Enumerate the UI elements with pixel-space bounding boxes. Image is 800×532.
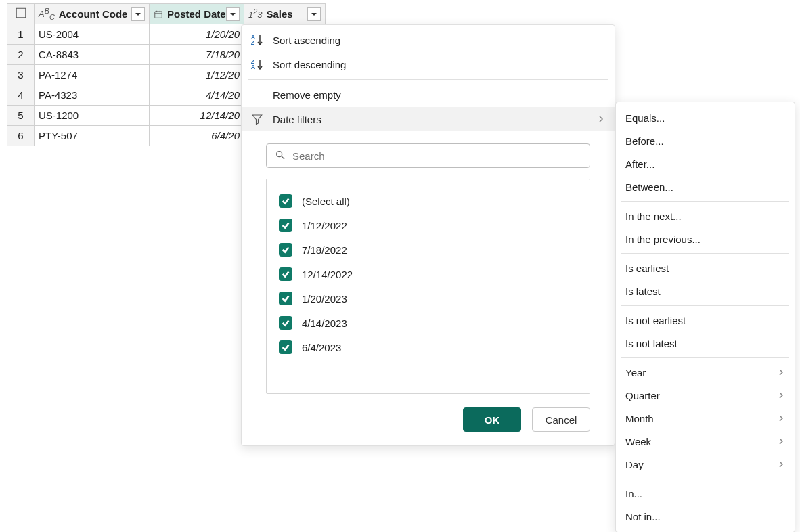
text-type-icon: ABC — [39, 7, 55, 21]
filter-search-box[interactable] — [266, 143, 590, 168]
menu-item-label: Equals... — [625, 112, 665, 124]
sort-ascending-item[interactable]: AZ Sort ascending — [242, 28, 615, 52]
filter-is-latest[interactable]: Is latest — [616, 280, 795, 303]
search-icon — [275, 150, 286, 162]
column-filter-toggle[interactable] — [226, 7, 240, 21]
row-number: 3 — [7, 65, 35, 85]
filter-value-item[interactable]: 1/12/2022 — [279, 213, 577, 238]
checkbox-checked-icon[interactable] — [279, 340, 292, 354]
chevron-right-icon — [777, 413, 785, 424]
filter-after[interactable]: After... — [616, 152, 795, 175]
menu-separator — [621, 201, 789, 202]
svg-rect-3 — [155, 12, 162, 18]
button-label: OK — [485, 414, 500, 426]
filter-value-item[interactable]: 6/4/2023 — [279, 335, 577, 359]
menu-item-label: After... — [625, 158, 654, 170]
cell-date[interactable]: 7/18/20 — [150, 45, 244, 65]
filter-between[interactable]: Between... — [616, 175, 795, 198]
date-filters-item[interactable]: Date filters — [242, 107, 615, 131]
menu-item-label: In... — [625, 488, 642, 500]
menu-item-label: Is latest — [625, 286, 661, 297]
svg-point-9 — [277, 151, 282, 156]
menu-separator — [248, 79, 608, 80]
cell-date[interactable]: 4/14/20 — [150, 85, 244, 106]
filter-is-earliest[interactable]: Is earliest — [616, 257, 795, 280]
filter-in-the-next[interactable]: In the next... — [616, 204, 795, 227]
cell-account[interactable]: PA-4323 — [35, 85, 150, 106]
menu-item-label: Is earliest — [625, 263, 669, 274]
filter-select-all[interactable]: (Select all) — [279, 189, 577, 213]
filter-equals[interactable]: Equals... — [616, 106, 795, 129]
chevron-right-icon — [777, 390, 785, 401]
sort-descending-item[interactable]: ZA Sort descending — [242, 52, 615, 76]
menu-item-label: Week — [625, 436, 651, 447]
filter-value-label: 1/20/2023 — [302, 293, 347, 305]
svg-line-10 — [282, 156, 284, 159]
checkbox-checked-icon[interactable] — [279, 267, 292, 281]
ok-button[interactable]: OK — [463, 407, 521, 432]
column-header-sales[interactable]: 123 Sales — [244, 4, 326, 24]
select-all-rows-button[interactable] — [7, 4, 35, 24]
remove-empty-item[interactable]: Remove empty — [242, 83, 615, 107]
column-filter-menu: AZ Sort ascending ZA Sort descending Rem… — [241, 24, 615, 446]
checkbox-checked-icon[interactable] — [279, 194, 292, 208]
table-icon — [15, 7, 27, 21]
filter-month[interactable]: Month — [616, 407, 795, 430]
menu-item-label: Month — [625, 413, 654, 424]
menu-item-label: Remove empty — [273, 89, 341, 101]
filter-year[interactable]: Year — [616, 361, 795, 384]
svg-rect-0 — [16, 8, 26, 18]
column-filter-toggle[interactable] — [131, 7, 145, 21]
chevron-right-icon — [777, 459, 785, 470]
column-header-account-code[interactable]: ABC Account Code — [35, 4, 150, 24]
checkbox-checked-icon[interactable] — [279, 219, 292, 232]
cell-date[interactable]: 12/14/20 — [150, 106, 244, 126]
column-label: Account Code — [59, 8, 128, 20]
column-label: Sales — [267, 8, 293, 20]
filter-in[interactable]: In... — [616, 482, 795, 505]
filter-quarter[interactable]: Quarter — [616, 384, 795, 407]
filter-day[interactable]: Day — [616, 453, 795, 476]
menu-separator — [621, 357, 789, 358]
cell-account[interactable]: PTY-507 — [35, 126, 150, 146]
number-type-icon: 123 — [248, 7, 263, 20]
header-row: ABC Account Code Posted Date 123 Sales — [7, 4, 326, 24]
row-number: 5 — [7, 106, 35, 126]
filter-search-input[interactable] — [291, 150, 581, 162]
filter-week[interactable]: Week — [616, 430, 795, 453]
cell-account[interactable]: CA-8843 — [35, 45, 150, 65]
menu-item-label: In the next... — [625, 210, 682, 222]
checkbox-checked-icon[interactable] — [279, 292, 292, 305]
filter-value-label: 1/12/2022 — [302, 220, 347, 231]
menu-item-label: Sort descending — [273, 59, 346, 70]
filter-is-not-latest[interactable]: Is not latest — [616, 332, 795, 355]
filter-not-in[interactable]: Not in... — [616, 505, 795, 528]
date-filters-submenu: Equals... Before... After... Between... … — [615, 102, 795, 532]
checkbox-checked-icon[interactable] — [279, 316, 292, 330]
filter-value-label: 6/4/2023 — [302, 342, 341, 353]
filter-is-not-earliest[interactable]: Is not earliest — [616, 309, 795, 332]
filter-before[interactable]: Before... — [616, 129, 795, 152]
cell-date[interactable]: 1/20/20 — [150, 24, 244, 45]
chevron-right-icon — [777, 367, 785, 378]
checkbox-checked-icon[interactable] — [279, 243, 292, 257]
filter-value-item[interactable]: 4/14/2023 — [279, 311, 577, 335]
column-filter-toggle[interactable] — [307, 7, 321, 21]
filter-value-item[interactable]: 7/18/2022 — [279, 238, 577, 262]
cell-account[interactable]: PA-1274 — [35, 65, 150, 85]
cell-date[interactable]: 6/4/20 — [150, 126, 244, 146]
cell-date[interactable]: 1/12/20 — [150, 65, 244, 85]
menu-item-label: Year — [625, 367, 646, 378]
menu-item-label: Between... — [625, 181, 673, 193]
menu-item-label: Day — [625, 459, 644, 470]
cell-account[interactable]: US-1200 — [35, 106, 150, 126]
button-label: Cancel — [546, 414, 577, 426]
cell-account[interactable]: US-2004 — [35, 24, 150, 45]
menu-separator — [621, 253, 789, 254]
filter-value-item[interactable]: 12/14/2022 — [279, 262, 577, 286]
cancel-button[interactable]: Cancel — [532, 407, 590, 432]
column-header-posted-date[interactable]: Posted Date — [150, 4, 244, 24]
row-number: 4 — [7, 85, 35, 106]
filter-value-item[interactable]: 1/20/2023 — [279, 286, 577, 311]
filter-in-the-previous[interactable]: In the previous... — [616, 227, 795, 250]
